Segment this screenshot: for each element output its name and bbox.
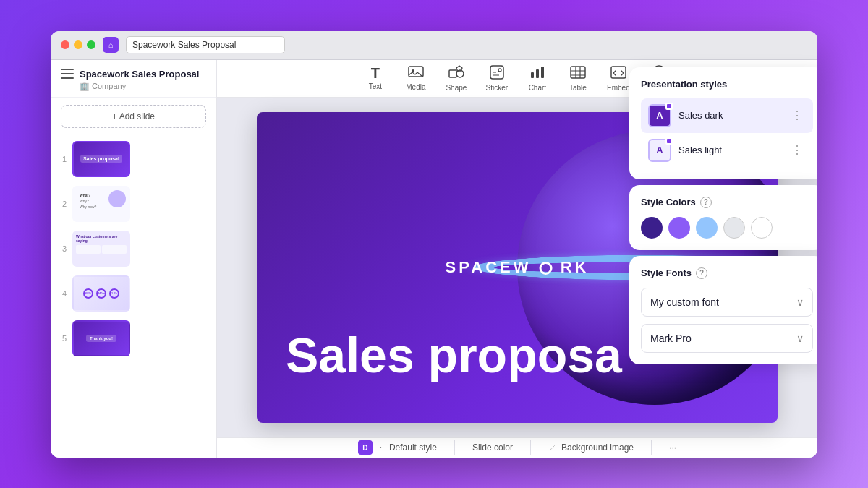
fonts-help-icon[interactable]: ?	[696, 267, 707, 279]
table-label: Table	[569, 84, 587, 92]
font-2-value: Mark Pro	[650, 333, 692, 344]
stat-circle-2: $40m	[96, 288, 106, 299]
table-icon	[570, 65, 586, 82]
divider-1	[454, 440, 455, 455]
slide-item-4[interactable]: 4 68% $40m 1.2k	[56, 273, 210, 314]
slide-thumb-1-label: Sales proposal	[80, 155, 122, 163]
tool-sticker[interactable]: Sticker	[478, 61, 516, 96]
font-1-chevron: ∨	[796, 296, 804, 308]
slide-brand: SPACEW RK	[446, 258, 590, 277]
shape-icon	[448, 65, 464, 82]
tool-text[interactable]: T Text	[357, 61, 394, 95]
traffic-lights	[61, 40, 95, 49]
color-medium-purple[interactable]	[668, 217, 690, 239]
svg-point-1	[412, 69, 414, 72]
slide-number-3: 3	[58, 244, 67, 253]
style-avatar-dark: A	[648, 104, 671, 127]
slide-item-2[interactable]: 2 What? Why? Why now?	[56, 183, 210, 225]
slide-number-4: 4	[58, 289, 67, 298]
chart-label: Chart	[529, 84, 546, 92]
background-image-label: Background image	[561, 442, 634, 453]
tool-chart[interactable]: Chart	[519, 61, 556, 96]
color-light-gray[interactable]	[723, 217, 745, 239]
style-name-dark: Sales dark	[678, 110, 781, 121]
minimize-button[interactable]	[74, 40, 82, 49]
colors-help-icon[interactable]: ?	[700, 197, 712, 208]
slides-list: 1 Sales proposal 2 What? Why? Why now?	[51, 135, 216, 458]
style-colors-label: Style Colors	[641, 197, 696, 207]
svg-rect-6	[531, 72, 534, 78]
slide-number-1: 1	[58, 155, 67, 163]
sidebar-title-row: Spacework Sales Proposal	[61, 69, 206, 80]
tool-table[interactable]: Table	[559, 61, 597, 96]
color-dark-purple[interactable]	[641, 217, 663, 239]
font-select-1[interactable]: My custom font ∨	[641, 288, 813, 317]
svg-rect-2	[449, 70, 456, 77]
style-colors-title: Style Colors ?	[641, 197, 813, 208]
font-select-2[interactable]: Mark Pro ∨	[641, 324, 813, 353]
tool-media[interactable]: Media	[397, 61, 435, 95]
style-dot-dark	[665, 103, 673, 110]
style-more-dark[interactable]: ⋮	[788, 107, 806, 124]
slide-thumb-5[interactable]: Thank you!	[72, 320, 130, 356]
maximize-button[interactable]	[87, 40, 95, 49]
slide-number-5: 5	[58, 334, 67, 343]
more-options-item[interactable]: ···	[669, 442, 676, 453]
slide-item-1[interactable]: 1 Sales proposal	[56, 138, 210, 180]
svg-rect-9	[571, 67, 585, 78]
divider-2	[530, 440, 531, 455]
url-bar: Spacework Sales Proposal	[126, 36, 285, 53]
svg-rect-4	[490, 66, 503, 79]
bg-icon: ⟋	[548, 442, 557, 453]
media-label: Media	[406, 83, 425, 91]
color-swatches	[641, 217, 813, 239]
add-slide-label: + Add slide	[112, 111, 155, 121]
bottom-bar: D ⋮ Default style Slide color ⟋ Backgrou…	[217, 437, 817, 458]
stat-circle-1: 68%	[83, 288, 93, 299]
style-dot-light	[665, 137, 673, 145]
slide-thumb-2[interactable]: What? Why? Why now?	[72, 186, 130, 222]
style-colors-panel: Style Colors ?	[629, 185, 817, 250]
slide-color-item[interactable]: Slide color	[472, 442, 513, 453]
home-button[interactable]: ⌂	[103, 37, 119, 53]
app-window: ⌂ Spacework Sales Proposal Spacework Sal…	[51, 31, 817, 458]
style-item-sales-light[interactable]: A Sales light ⋮	[641, 133, 813, 168]
presentation-styles-panel: Presentation styles A Sales dark ⋮ A Sal…	[629, 67, 817, 179]
style-name-light: Sales light	[678, 145, 781, 155]
color-white[interactable]	[751, 217, 773, 239]
slide-thumb-5-label: Thank you!	[86, 335, 116, 342]
title-bar: ⌂ Spacework Sales Proposal	[51, 31, 817, 60]
slide-thumb-4[interactable]: 68% $40m 1.2k	[72, 275, 130, 312]
slide-thumb-3[interactable]: What our customers are saying	[72, 231, 130, 267]
stat-circle-3: 1.2k	[109, 288, 119, 299]
default-style-item[interactable]: D ⋮ Default style	[358, 440, 437, 455]
media-icon	[408, 66, 424, 81]
slide-item-3[interactable]: 3 What our customers are saying	[56, 228, 210, 270]
add-slide-button[interactable]: + Add slide	[61, 105, 206, 128]
sidebar-header: Spacework Sales Proposal 🏢 Company	[51, 60, 216, 98]
slide-number-2: 2	[58, 200, 67, 208]
sidebar: Spacework Sales Proposal 🏢 Company + Add…	[51, 60, 217, 458]
slide-item-5[interactable]: 5 Thank you!	[56, 317, 210, 359]
menu-icon[interactable]	[61, 69, 74, 79]
slide-thumb-1[interactable]: Sales proposal	[72, 141, 130, 177]
svg-rect-7	[536, 69, 539, 78]
close-button[interactable]	[61, 40, 69, 49]
divider-3	[651, 440, 652, 455]
tool-shape[interactable]: Shape	[438, 61, 475, 96]
style-item-sales-dark[interactable]: A Sales dark ⋮	[641, 98, 813, 133]
font-2-chevron: ∨	[796, 333, 804, 344]
color-light-blue[interactable]	[696, 217, 718, 239]
embed-label: Embed	[607, 84, 630, 92]
chart-icon	[529, 65, 545, 82]
style-avatar-light: A	[648, 139, 671, 162]
default-style-badge: D	[358, 440, 373, 455]
presentation-title: Spacework Sales Proposal	[80, 69, 199, 80]
style-more-light[interactable]: ⋮	[788, 142, 806, 158]
panel-styles-title: Presentation styles	[641, 79, 813, 90]
style-fonts-title: Style Fonts ?	[641, 267, 813, 279]
right-panels: Presentation styles A Sales dark ⋮ A Sal…	[629, 67, 817, 364]
style-fonts-label: Style Fonts	[641, 267, 692, 278]
more-icon: ···	[669, 442, 676, 453]
background-image-item[interactable]: ⟋ Background image	[548, 442, 634, 453]
